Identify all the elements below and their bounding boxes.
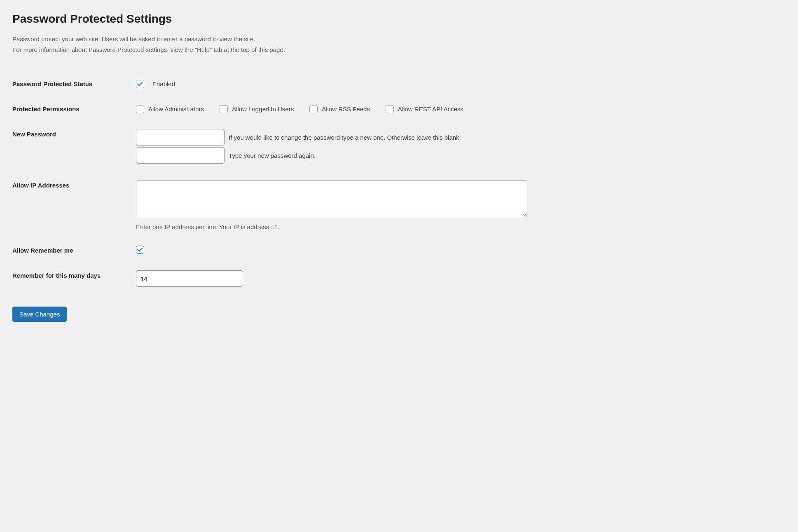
new-password-hint: If you would like to change the password… [229, 134, 461, 141]
new-password-input[interactable] [136, 129, 225, 145]
status-enabled-checkbox[interactable] [136, 80, 144, 88]
allow-ip-label: Allow IP Addresses [12, 173, 136, 238]
allow-ip-hint: Enter one IP address per line. Your IP i… [136, 223, 782, 230]
remember-me-checkbox[interactable] [136, 246, 144, 254]
perm-admins-label: Allow Administrators [148, 105, 204, 112]
remember-days-label: Remember for this many days [12, 263, 136, 294]
remember-days-input[interactable] [136, 270, 243, 287]
perm-logged-in-label: Allow Logged In Users [232, 105, 294, 112]
confirm-password-hint: Type your new password again. [229, 152, 316, 159]
remember-me-label: Allow Remember me [12, 238, 136, 263]
new-password-label: New Password [12, 122, 136, 173]
page-description-line2: For more information about Password Prot… [12, 46, 285, 53]
page-title: Password Protected Settings [12, 12, 786, 26]
perm-rss-checkbox[interactable] [309, 105, 318, 113]
status-enabled-label: Enabled [152, 80, 175, 87]
settings-form-table: Password Protected Status Enabled Protec… [12, 71, 786, 294]
permissions-label: Protected Permissions [12, 96, 136, 122]
save-button[interactable]: Save Changes [12, 307, 67, 322]
status-label: Password Protected Status [12, 71, 136, 96]
perm-rest-checkbox[interactable] [386, 105, 394, 113]
perm-logged-in-checkbox[interactable] [220, 105, 228, 113]
perm-rss-label: Allow RSS Feeds [322, 105, 370, 112]
page-description: Password protect your web site. Users wi… [12, 34, 786, 55]
confirm-password-input[interactable] [136, 147, 225, 164]
allow-ip-textarea[interactable] [136, 180, 527, 217]
perm-admins-checkbox[interactable] [136, 105, 144, 113]
page-description-line1: Password protect your web site. Users wi… [12, 35, 255, 42]
perm-rest-label: Allow REST API Access [398, 105, 463, 112]
